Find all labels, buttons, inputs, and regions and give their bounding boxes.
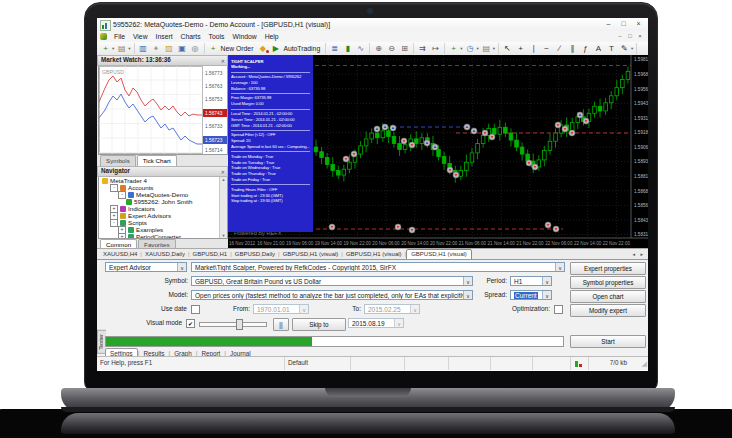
chart-tab[interactable]: GBPUSD,Daily bbox=[232, 250, 278, 259]
menu-tools[interactable]: Tools bbox=[205, 33, 229, 40]
grid-icon[interactable]: ⊞ bbox=[398, 43, 411, 54]
market-watch-icon[interactable]: ▥ bbox=[137, 43, 150, 54]
close-button[interactable]: × bbox=[631, 18, 646, 30]
mdi-minimize-button[interactable]: – bbox=[615, 31, 625, 42]
model-select[interactable]: Open prices only (fastest method to anal… bbox=[191, 290, 473, 300]
templates-icon[interactable]: ▤▾ bbox=[480, 43, 496, 54]
tick-price-label: 1.56714 bbox=[205, 148, 223, 153]
maximize-button[interactable]: □ bbox=[616, 18, 631, 30]
bar-chart-icon[interactable]: ≣ bbox=[328, 43, 341, 54]
profiles-icon[interactable]: ▤▾ bbox=[115, 43, 131, 54]
skip-date-input[interactable]: 2015.08.19 bbox=[348, 318, 404, 328]
skip-to-button[interactable]: Skip to bbox=[292, 318, 346, 331]
indicators-icon[interactable]: +▾ bbox=[447, 43, 463, 54]
data-window-icon[interactable]: ⌖ bbox=[150, 43, 163, 54]
collapse-icon[interactable]: - bbox=[110, 219, 118, 227]
chart-area[interactable]: Powered by REFX1.598101.596851.595601.59… bbox=[228, 55, 648, 248]
fibonacci-icon[interactable]: ƒ bbox=[579, 43, 592, 54]
collapse-icon[interactable]: - bbox=[110, 184, 118, 192]
terminal-icon[interactable]: ▣ bbox=[176, 43, 189, 54]
channel-icon[interactable]: ∥ bbox=[566, 43, 579, 54]
tree-item-account-john-smith[interactable]: 5955262: John Smith bbox=[99, 198, 227, 205]
menu-file[interactable]: File bbox=[110, 33, 129, 40]
tree-item-indicators[interactable]: +Indicators bbox=[99, 205, 227, 212]
zoom-out-icon[interactable]: ⊖ bbox=[385, 43, 398, 54]
from-date-input[interactable]: 1970.01.01 bbox=[253, 304, 309, 314]
chart-tab[interactable]: GBPUSD,H1 bbox=[189, 250, 230, 259]
mdi-close-button[interactable]: × bbox=[635, 31, 645, 42]
mdi-maximize-button[interactable]: □ bbox=[625, 31, 635, 42]
close-icon[interactable]: ✕ bbox=[221, 168, 225, 176]
navigator-title: Navigator bbox=[101, 167, 130, 174]
menu-insert[interactable]: Insert bbox=[152, 33, 177, 40]
tab-symbols[interactable]: Symbols bbox=[100, 155, 136, 166]
text-label-icon[interactable]: T bbox=[605, 43, 618, 54]
tab-tick-chart[interactable]: Tick Chart bbox=[137, 155, 177, 166]
vertical-line-icon[interactable]: ∣ bbox=[527, 43, 540, 54]
zoom-in-icon[interactable]: ⊕ bbox=[372, 43, 385, 54]
chart-shift-icon[interactable]: ↦ bbox=[429, 43, 442, 54]
tree-item-server-metaquotes-demo[interactable]: -MetaQuotes-Demo bbox=[99, 191, 227, 198]
menu-charts[interactable]: Charts bbox=[177, 33, 205, 40]
chart-tab[interactable]: GBPUSD,H1 (visual) bbox=[343, 250, 405, 259]
periods-icon[interactable]: ◷▾ bbox=[463, 43, 479, 54]
minimize-button[interactable]: – bbox=[601, 18, 616, 30]
line-chart-icon[interactable]: ∿ bbox=[354, 43, 367, 54]
open-chart-button[interactable]: Open chart bbox=[570, 290, 646, 303]
modify-expert-button[interactable]: Modify expert bbox=[570, 304, 646, 317]
auto-scroll-icon[interactable]: ⇉ bbox=[416, 43, 429, 54]
slider-thumb[interactable] bbox=[236, 319, 243, 330]
strategy-tester-icon[interactable]: ◎ bbox=[189, 43, 202, 54]
resize-grip[interactable]: ◢ bbox=[642, 357, 648, 370]
expert-properties-button[interactable]: Expert properties bbox=[570, 262, 646, 275]
close-icon[interactable]: ✕ bbox=[221, 57, 225, 65]
spread-select[interactable]: Current bbox=[510, 290, 552, 300]
ea-info-group: Spread Filter (<12) : OFFSpread: 20Avera… bbox=[231, 131, 310, 152]
symbol-properties-button[interactable]: Symbol properties bbox=[570, 276, 646, 289]
expand-icon[interactable]: + bbox=[118, 233, 126, 240]
chart-tab[interactable]: GBPUSD,H1 (visual) bbox=[280, 250, 342, 259]
collapse-icon[interactable]: - bbox=[118, 191, 126, 199]
new-order-icon[interactable]: +New Order bbox=[207, 43, 257, 54]
trendline-icon[interactable]: ∕ bbox=[553, 43, 566, 54]
title-bar: 5955262: MetaQuotes-Demo - Demo Account … bbox=[97, 18, 648, 32]
expert-select[interactable]: Market\Tight Scalper, Powered by RefkCod… bbox=[191, 262, 565, 272]
use-date-checkbox[interactable] bbox=[191, 305, 200, 314]
chart-tab[interactable]: XAUUSD,Daily bbox=[142, 250, 188, 259]
candlestick bbox=[509, 133, 513, 140]
candlestick bbox=[420, 138, 424, 144]
tree-item-expert-advisors[interactable]: +Expert Advisors bbox=[99, 212, 227, 219]
arrows-icon[interactable]: ✎▾ bbox=[618, 43, 634, 54]
tab-scroll-arrows[interactable]: ◂ ▸ bbox=[633, 251, 648, 257]
to-date-input[interactable]: 2015.02.25 bbox=[364, 304, 420, 314]
cursor-icon[interactable]: ↖ bbox=[501, 43, 514, 54]
chart-tab[interactable]: XAUUSD,H4 bbox=[100, 250, 140, 259]
menu-view[interactable]: View bbox=[129, 33, 152, 40]
tree-item-period-converter[interactable]: +PeriodConverter bbox=[99, 233, 227, 239]
start-button[interactable]: Start bbox=[570, 335, 646, 348]
menu-window[interactable]: Window bbox=[228, 33, 260, 40]
new-chart-icon[interactable]: +▾ bbox=[99, 43, 115, 54]
scroll-up-icon[interactable]: ▲ bbox=[220, 177, 227, 182]
visual-speed-slider[interactable] bbox=[199, 322, 267, 327]
crosshair-icon[interactable]: + bbox=[514, 43, 527, 54]
price-axis-label: 1.58435 bbox=[634, 218, 648, 223]
pause-button[interactable]: || bbox=[273, 318, 289, 331]
autotrading-icon[interactable]: ▶AutoTrading bbox=[269, 43, 323, 54]
text-icon[interactable]: A bbox=[592, 43, 605, 54]
navigator-icon[interactable]: ▨ bbox=[163, 43, 176, 54]
symbol-select[interactable]: GBPUSD, Great Britain Pound vs US Dollar bbox=[191, 276, 473, 286]
test-type-select[interactable]: Expert Advisor bbox=[105, 262, 187, 272]
candlestick-chart-icon[interactable]: ▮ bbox=[341, 43, 354, 54]
chart-tab[interactable]: GBPUSD,H1 (visual) bbox=[406, 249, 472, 260]
optimization-checkbox[interactable] bbox=[554, 305, 563, 314]
visual-mode-checkbox[interactable] bbox=[186, 319, 195, 328]
window-title: 5955262: MetaQuotes-Demo - Demo Account … bbox=[113, 18, 330, 31]
tree-item-metatrader4[interactable]: MetaTrader 4 bbox=[99, 177, 227, 184]
navigator-scrollbar[interactable]: ▲▼ bbox=[219, 177, 227, 238]
candlestick bbox=[481, 135, 485, 143]
period-select[interactable]: H1 bbox=[510, 276, 552, 286]
scroll-down-icon[interactable]: ▼ bbox=[220, 233, 227, 238]
menu-help[interactable]: Help bbox=[261, 33, 283, 40]
horizontal-line-icon[interactable]: − bbox=[540, 43, 553, 54]
